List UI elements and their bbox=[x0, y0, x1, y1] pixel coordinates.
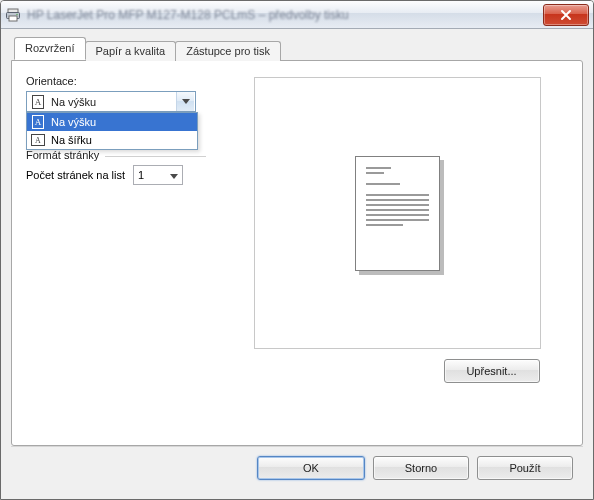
tab-paper-quality[interactable]: Papír a kvalita bbox=[85, 41, 177, 61]
tab-label: Zástupce pro tisk bbox=[186, 45, 270, 57]
tab-label: Papír a kvalita bbox=[96, 45, 166, 57]
option-label: Na výšku bbox=[51, 116, 96, 128]
svg-text:A: A bbox=[35, 136, 41, 145]
print-preferences-window: HP LaserJet Pro MFP M127-M128 PCLmS – př… bbox=[0, 0, 594, 500]
close-button[interactable] bbox=[543, 4, 589, 26]
tab-strip: Rozvržení Papír a kvalita Zástupce pro t… bbox=[11, 37, 583, 60]
page-format-legend: Formát stránky bbox=[26, 149, 105, 161]
right-column: Upřesnit... bbox=[226, 75, 568, 431]
left-column: Orientace: A Na výšku bbox=[26, 75, 206, 431]
landscape-icon: A bbox=[31, 133, 45, 147]
svg-rect-2 bbox=[9, 16, 17, 21]
window-title: HP LaserJet Pro MFP M127-M128 PCLmS – př… bbox=[27, 8, 543, 22]
titlebar[interactable]: HP LaserJet Pro MFP M127-M128 PCLmS – př… bbox=[1, 1, 593, 29]
tab-print-shortcut[interactable]: Zástupce pro tisk bbox=[175, 41, 281, 61]
preview-page-icon bbox=[355, 156, 440, 271]
client-area: Rozvržení Papír a kvalita Zástupce pro t… bbox=[1, 29, 593, 499]
ok-button[interactable]: OK bbox=[257, 456, 365, 480]
orientation-label: Orientace: bbox=[26, 75, 206, 87]
page-format-group: Formát stránky Počet stránek na list 1 bbox=[26, 156, 206, 185]
orientation-value: Na výšku bbox=[51, 96, 176, 108]
option-label: Na šířku bbox=[51, 134, 92, 146]
dropdown-arrow-icon bbox=[170, 169, 178, 181]
svg-point-3 bbox=[16, 13, 18, 15]
svg-text:A: A bbox=[35, 97, 42, 107]
button-label: Storno bbox=[405, 462, 437, 474]
cancel-button[interactable]: Storno bbox=[373, 456, 469, 480]
tab-page-layout: Orientace: A Na výšku bbox=[11, 60, 583, 446]
orientation-combo[interactable]: A Na výšku bbox=[26, 91, 196, 112]
pages-per-sheet-value: 1 bbox=[138, 169, 144, 181]
button-label: Použít bbox=[509, 462, 540, 474]
advanced-button[interactable]: Upřesnit... bbox=[444, 359, 540, 383]
orientation-combo-wrap: A Na výšku A bbox=[26, 91, 196, 112]
orientation-dropdown: A Na výšku A bbox=[26, 112, 198, 150]
tab-label: Rozvržení bbox=[25, 42, 75, 54]
button-label: OK bbox=[303, 462, 319, 474]
printer-icon bbox=[5, 7, 21, 23]
pages-per-sheet-combo[interactable]: 1 bbox=[133, 165, 183, 185]
portrait-icon: A bbox=[31, 95, 45, 109]
orientation-option-landscape[interactable]: A Na šířku bbox=[27, 131, 197, 149]
orientation-option-portrait[interactable]: A Na výšku bbox=[27, 113, 197, 131]
page-preview bbox=[254, 77, 541, 349]
apply-button[interactable]: Použít bbox=[477, 456, 573, 480]
pages-per-sheet-label: Počet stránek na list bbox=[26, 169, 125, 181]
svg-text:A: A bbox=[35, 117, 42, 127]
tab-layout[interactable]: Rozvržení bbox=[14, 37, 86, 60]
button-label: Upřesnit... bbox=[466, 365, 516, 377]
dropdown-arrow-icon bbox=[176, 92, 194, 111]
dialog-footer: OK Storno Použít bbox=[11, 446, 583, 489]
portrait-icon: A bbox=[31, 115, 45, 129]
